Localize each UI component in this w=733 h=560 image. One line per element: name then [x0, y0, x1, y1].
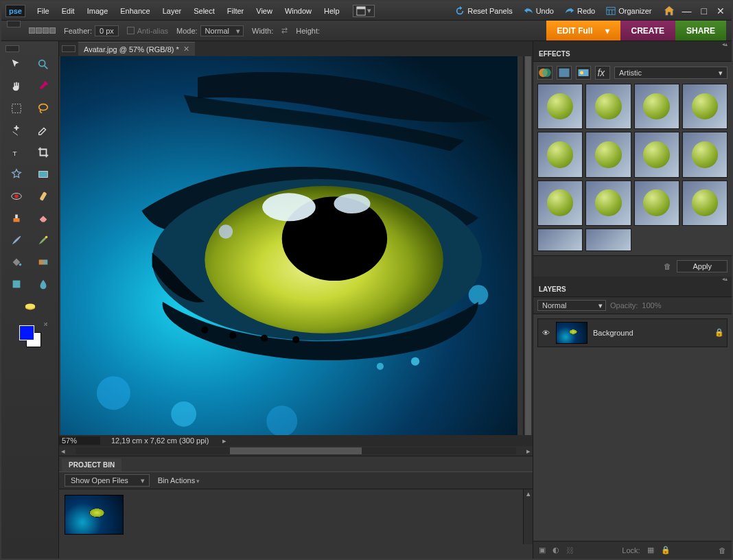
adjustment-layer-icon[interactable]: ◐ — [552, 546, 559, 555]
selection-mode-icons[interactable] — [29, 27, 56, 34]
swap-wh-icon[interactable]: ⇄ — [281, 26, 288, 35]
undo-button[interactable]: Undo — [518, 6, 559, 16]
menu-window[interactable]: Window — [279, 1, 318, 20]
menu-select[interactable]: Select — [187, 1, 221, 20]
swap-colors-icon[interactable]: ⤭ — [43, 321, 48, 327]
window-maximize[interactable]: □ — [701, 5, 707, 16]
type-tool[interactable]: T — [4, 143, 29, 162]
effect-thumb[interactable] — [634, 84, 679, 129]
layers-panel-header[interactable]: LAYERS — [533, 282, 732, 297]
home-icon[interactable] — [663, 5, 675, 17]
document-tab[interactable]: Avatar.jpg @ 57% (RGB/8) * ✕ — [78, 42, 195, 56]
lock-all-icon[interactable]: 🔒 — [661, 546, 671, 555]
color-swatches[interactable]: ⤭ — [16, 323, 44, 350]
window-close[interactable]: ✕ — [717, 5, 725, 16]
new-layer-icon[interactable]: ▣ — [539, 546, 546, 555]
filters-category-icon[interactable] — [537, 66, 552, 80]
photo-effects-icon[interactable] — [576, 66, 591, 80]
gradient-tool[interactable] — [32, 253, 56, 272]
close-tab-icon[interactable]: ✕ — [183, 45, 189, 54]
effect-thumb[interactable] — [537, 84, 583, 129]
blend-mode-select[interactable]: Normal — [537, 300, 606, 311]
redo-button[interactable]: Redo — [559, 6, 601, 16]
feather-value[interactable]: 0 px — [95, 25, 119, 36]
menu-enhance[interactable]: Enhance — [114, 1, 156, 20]
effect-thumb[interactable] — [537, 180, 583, 226]
eyedropper-tool[interactable] — [32, 77, 56, 96]
link-layers-icon[interactable]: ⛓ — [566, 546, 574, 555]
effect-thumb[interactable] — [585, 229, 631, 251]
effects-category-select[interactable]: Artistic — [614, 67, 728, 79]
opacity-value[interactable]: 100% — [642, 301, 661, 310]
effect-thumb[interactable] — [585, 84, 631, 129]
lasso-tool[interactable] — [32, 99, 56, 118]
menu-view[interactable]: View — [250, 1, 279, 20]
antialias-checkbox[interactable] — [127, 27, 135, 34]
text-effects-icon[interactable]: fx — [595, 66, 610, 80]
effect-thumb[interactable] — [682, 84, 728, 129]
effect-thumb[interactable] — [537, 132, 583, 177]
blur-tool[interactable] — [32, 275, 56, 294]
foreground-color-swatch[interactable] — [19, 325, 34, 340]
toolbox-grip[interactable] — [5, 45, 19, 52]
bin-actions-menu[interactable]: Bin Actions — [158, 476, 200, 485]
menu-image[interactable]: Image — [81, 1, 115, 20]
redeye-tool[interactable] — [4, 187, 29, 206]
effects-panel-header[interactable]: EFFECTS — [533, 47, 732, 62]
cookie-cutter-tool[interactable] — [4, 165, 29, 184]
menu-help[interactable]: Help — [318, 1, 346, 20]
create-mode-button[interactable]: CREATE — [620, 21, 675, 40]
mode-select[interactable]: Normal — [200, 25, 244, 36]
reset-panels-button[interactable]: Reset Panels — [450, 6, 517, 16]
layer-visibility-icon[interactable]: 👁 — [541, 329, 550, 337]
sponge-tool[interactable] — [4, 296, 56, 316]
bin-scrollbar[interactable]: ▴ — [523, 489, 533, 544]
canvas-scrollbar-vertical[interactable] — [523, 56, 533, 435]
effect-thumb[interactable] — [585, 132, 631, 177]
layer-styles-icon[interactable] — [557, 66, 572, 80]
layer-name[interactable]: Background — [593, 329, 709, 337]
effect-thumb[interactable] — [634, 132, 679, 177]
panel-collapse-handle[interactable]: ◂▴ — [533, 41, 732, 47]
shape-tool[interactable] — [4, 275, 29, 294]
layout-dropdown[interactable]: ▾ — [353, 5, 375, 17]
zoom-level[interactable]: 57% — [59, 436, 100, 445]
layer-thumbnail[interactable] — [556, 322, 587, 344]
layer-row[interactable]: 👁 Background 🔒 — [537, 318, 728, 347]
canvas-scrollbar-horizontal[interactable]: ◂▸ — [59, 446, 533, 456]
menu-file[interactable]: File — [31, 1, 56, 20]
window-minimize[interactable]: — — [682, 5, 692, 16]
crop-tool[interactable] — [32, 143, 56, 162]
effect-thumb[interactable] — [537, 229, 583, 251]
menu-edit[interactable]: Edit — [56, 1, 81, 20]
effect-thumb[interactable] — [682, 180, 728, 226]
effect-thumb[interactable] — [585, 180, 631, 226]
hand-tool[interactable] — [4, 77, 29, 96]
zoom-tool[interactable] — [32, 55, 56, 74]
canvas[interactable] — [60, 56, 517, 435]
menu-layer[interactable]: Layer — [156, 1, 188, 20]
panel-collapse-handle-2[interactable]: ◂▴ — [533, 277, 732, 282]
magic-wand-tool[interactable] — [4, 121, 29, 140]
paint-bucket-tool[interactable] — [4, 253, 29, 272]
doc-tab-grip[interactable] — [62, 45, 75, 52]
edit-mode-button[interactable]: EDIT Full — [546, 21, 620, 40]
recompose-tool[interactable] — [32, 165, 56, 184]
effect-thumb[interactable] — [682, 132, 728, 177]
delete-effect-icon[interactable]: 🗑 — [664, 262, 671, 270]
clone-stamp-tool[interactable] — [4, 209, 29, 228]
lock-pixels-icon[interactable]: ▦ — [647, 546, 654, 555]
healing-brush-tool[interactable] — [32, 187, 56, 206]
bin-thumbnail[interactable] — [65, 495, 124, 535]
status-dropdown-icon[interactable]: ▸ — [222, 436, 226, 445]
delete-layer-icon[interactable]: 🗑 — [719, 546, 726, 555]
marquee-tool[interactable] — [4, 99, 29, 118]
menu-filter[interactable]: Filter — [221, 1, 250, 20]
effect-thumb[interactable] — [634, 180, 679, 226]
share-mode-button[interactable]: SHARE — [675, 21, 726, 40]
move-tool[interactable] — [4, 55, 29, 74]
quick-selection-tool[interactable] — [32, 121, 56, 140]
bin-filter-select[interactable]: Show Open Files — [65, 474, 150, 487]
layer-lock-icon[interactable]: 🔒 — [714, 328, 724, 337]
brush-tool[interactable] — [4, 231, 29, 250]
